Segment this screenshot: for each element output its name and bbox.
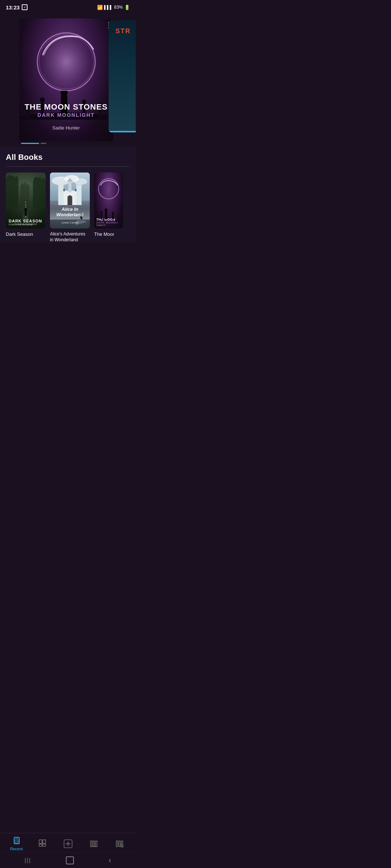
battery-percentage: 83% xyxy=(114,5,123,10)
svg-rect-22 xyxy=(76,185,82,205)
wifi-icon: 📶 xyxy=(97,5,103,10)
svg-point-0 xyxy=(35,31,97,93)
svg-rect-36 xyxy=(105,210,107,220)
moon-small-author: Sadie H xyxy=(96,224,121,226)
status-bar: 13:23 ✓ 📶 ▌▌▌ 83% 🔋 xyxy=(0,0,136,13)
alice-author: Lewis Carroll xyxy=(62,221,78,224)
dark-season-cover: DARK SEASON It lies in the darkness. Gor… xyxy=(6,173,46,229)
svg-rect-15 xyxy=(25,210,27,216)
status-icons: 📶 ▌▌▌ 83% 🔋 xyxy=(97,5,130,10)
battery-icon: 🔋 xyxy=(124,5,130,10)
featured-carousel: THE MOON STONES DARK MOONLIGHT Sadie Hun… xyxy=(0,13,136,147)
svg-rect-31 xyxy=(63,189,65,191)
svg-point-37 xyxy=(105,209,108,211)
moon-graphic xyxy=(34,29,99,94)
svg-point-41 xyxy=(112,212,114,214)
time-display: 13:23 xyxy=(6,4,20,10)
book-card-moon-small[interactable]: THE MOON DARK MOONLI Sadie H The Moor xyxy=(94,173,123,243)
signal-icon: ▌▌▌ xyxy=(104,5,113,9)
castle-graphic xyxy=(58,178,82,205)
check-icon: ✓ xyxy=(22,4,28,10)
section-divider xyxy=(6,166,130,167)
featured-book-subtitle: DARK MOONLIGHT xyxy=(25,112,108,118)
dark-season-artwork: DARK SEASON It lies in the darkness. Gor… xyxy=(6,173,46,229)
svg-rect-26 xyxy=(76,182,78,186)
book-card-dark-season[interactable]: DARK SEASON It lies in the darkness. Gor… xyxy=(6,173,46,243)
small-silhouettes xyxy=(94,209,123,220)
alice-cover: Alice In Wonderland Lewis Carroll xyxy=(50,173,90,229)
all-books-section: All Books xyxy=(0,147,136,243)
dark-season-card-title: Dark Season xyxy=(6,231,46,238)
svg-rect-38 xyxy=(101,213,102,220)
svg-rect-27 xyxy=(79,182,80,186)
svg-point-16 xyxy=(24,208,27,211)
svg-rect-25 xyxy=(62,182,64,186)
alice-artwork: Alice In Wonderland Lewis Carroll xyxy=(50,173,90,229)
moon-small-artwork: THE MOON DARK MOONLI Sadie H xyxy=(94,173,123,229)
indicator-2[interactable] xyxy=(41,143,46,144)
books-grid: DARK SEASON It lies in the darkness. Gor… xyxy=(6,173,130,243)
svg-rect-32 xyxy=(75,189,77,191)
strange-cover: STR xyxy=(109,20,136,132)
svg-marker-30 xyxy=(67,178,73,182)
moon-stones-cover: THE MOON STONES DARK MOONLIGHT Sadie Hun… xyxy=(19,18,113,141)
moon-small-cover: THE MOON DARK MOONLI Sadie H xyxy=(94,173,123,229)
svg-rect-23 xyxy=(58,182,60,186)
second-featured-book[interactable]: STR xyxy=(109,20,136,132)
svg-point-35 xyxy=(98,179,119,199)
carousel-indicators xyxy=(21,143,46,144)
small-moon-graphic xyxy=(98,178,119,200)
moon-small-subtitle: DARK MOONLI xyxy=(96,221,121,224)
svg-rect-21 xyxy=(58,185,64,205)
svg-rect-24 xyxy=(60,182,62,186)
svg-rect-40 xyxy=(112,214,114,220)
svg-point-5 xyxy=(40,97,45,102)
alice-card-title: Alice's Adventures in Wonderland xyxy=(50,231,90,243)
featured-book-card[interactable]: THE MOON STONES DARK MOONLIGHT Sadie Hun… xyxy=(19,18,113,141)
road-graphic xyxy=(17,200,35,221)
svg-rect-29 xyxy=(68,182,72,192)
all-books-title: All Books xyxy=(6,153,130,162)
svg-rect-28 xyxy=(81,182,82,186)
indicator-1[interactable] xyxy=(21,143,39,144)
svg-point-39 xyxy=(100,211,102,213)
featured-book-title-area: THE MOON STONES DARK MOONLIGHT xyxy=(25,103,108,118)
moon-card-title: The Moor xyxy=(94,231,123,238)
book-card-alice[interactable]: Alice In Wonderland Lewis Carroll Alice'… xyxy=(50,173,90,243)
featured-book-author: Sadie Hunter xyxy=(52,125,80,131)
strange-title-partial: STR xyxy=(115,27,131,35)
featured-book-main-title: THE MOON STONES xyxy=(25,103,108,111)
alice-title: Alice In Wonderland xyxy=(50,207,90,218)
status-time-area: 13:23 ✓ xyxy=(6,4,28,10)
dark-season-author: Gordon Campbell xyxy=(6,222,46,226)
